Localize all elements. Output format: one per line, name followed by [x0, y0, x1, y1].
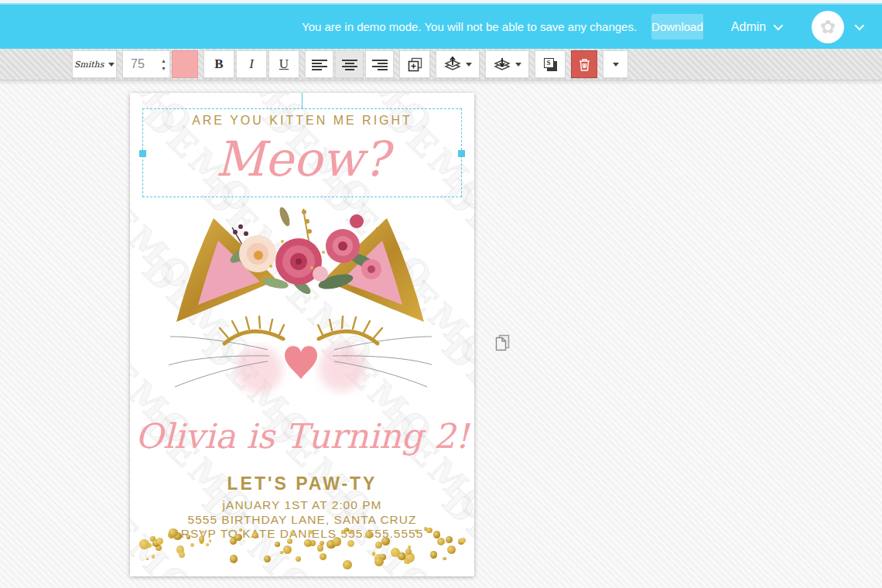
- more-options-button[interactable]: [603, 50, 628, 78]
- caret-down-icon[interactable]: [466, 63, 472, 67]
- font-size-control: ▲ ▼: [122, 50, 170, 78]
- eyelashes: [220, 316, 382, 344]
- style-button[interactable]: S: [535, 50, 566, 78]
- caret-down-icon: [108, 63, 115, 67]
- align-center-button[interactable]: [335, 50, 364, 78]
- flower-icon: ✿: [820, 18, 836, 36]
- caret-down-icon: [613, 63, 619, 67]
- send-backward-button[interactable]: [485, 50, 529, 78]
- align-right-button[interactable]: [365, 50, 394, 78]
- party-text[interactable]: LET'S PAW-TY: [130, 473, 474, 494]
- name-text[interactable]: Olivia is Turning 2!: [130, 416, 474, 456]
- style-letter: S: [544, 58, 554, 68]
- delete-button[interactable]: [571, 50, 597, 78]
- cat-illustration[interactable]: [169, 206, 432, 409]
- caret-down-icon[interactable]: [515, 63, 521, 67]
- stepper-down-icon[interactable]: ▼: [161, 66, 166, 71]
- font-size-stepper[interactable]: ▲ ▼: [161, 58, 166, 71]
- resize-handle-left[interactable]: [139, 150, 146, 157]
- bold-button[interactable]: B: [203, 50, 234, 78]
- chevron-down-icon: [855, 21, 865, 31]
- admin-menu[interactable]: Admin: [731, 20, 781, 34]
- resize-handle-right[interactable]: [458, 150, 465, 157]
- address-text[interactable]: 5555 BIRTHDAY LANE, SANTA CRUZ: [130, 513, 474, 527]
- stepper-up-icon[interactable]: ▲: [161, 58, 166, 63]
- avatar[interactable]: ✿: [812, 11, 844, 43]
- format-toolbar: Smiths ▲ ▼ B I U: [0, 49, 882, 80]
- font-size-input[interactable]: [131, 57, 154, 71]
- underline-label: U: [279, 56, 289, 72]
- duplicate-button[interactable]: [399, 50, 430, 78]
- layer-down-icon: [494, 56, 511, 72]
- underline-button[interactable]: U: [268, 50, 299, 78]
- color-swatch[interactable]: [172, 50, 198, 78]
- editor-app: You are in demo mode. You will not be ab…: [0, 0, 882, 588]
- confetti: [130, 527, 474, 572]
- align-right-icon: [372, 59, 388, 70]
- layer-up-icon: [444, 56, 461, 72]
- align-center-icon: [342, 59, 357, 70]
- download-button[interactable]: Download: [651, 14, 703, 39]
- italic-label: I: [249, 56, 254, 72]
- align-left-icon: [312, 59, 327, 70]
- trash-icon: [579, 58, 590, 71]
- bring-forward-button[interactable]: [436, 50, 480, 78]
- align-left-button[interactable]: [305, 50, 333, 78]
- rotation-line: [302, 93, 303, 108]
- font-name-label: Smiths: [74, 60, 104, 70]
- right-cheek: [319, 345, 365, 391]
- left-cheek: [236, 347, 282, 393]
- admin-label: Admin: [731, 20, 766, 34]
- style-s-icon: S: [544, 58, 557, 71]
- invitation-card[interactable]: DEMODEMODEMODEMODEMODEMODEMODEMODEMODEMO…: [130, 93, 474, 576]
- duplicate-icon: [408, 57, 422, 72]
- user-menu[interactable]: ✿: [812, 11, 862, 43]
- header-bar: You are in demo mode. You will not be ab…: [0, 3, 882, 49]
- demo-mode-message: You are in demo mode. You will not be ab…: [302, 20, 637, 33]
- italic-button[interactable]: I: [236, 50, 267, 78]
- bold-label: B: [214, 56, 223, 72]
- pages-icon[interactable]: [494, 333, 511, 351]
- date-text[interactable]: jANUARY 1ST AT 2:00 PM: [130, 498, 474, 512]
- heart-nose: [285, 346, 317, 379]
- chevron-down-icon: [774, 21, 784, 31]
- selection-box[interactable]: [142, 108, 462, 197]
- font-select[interactable]: Smiths: [72, 50, 117, 78]
